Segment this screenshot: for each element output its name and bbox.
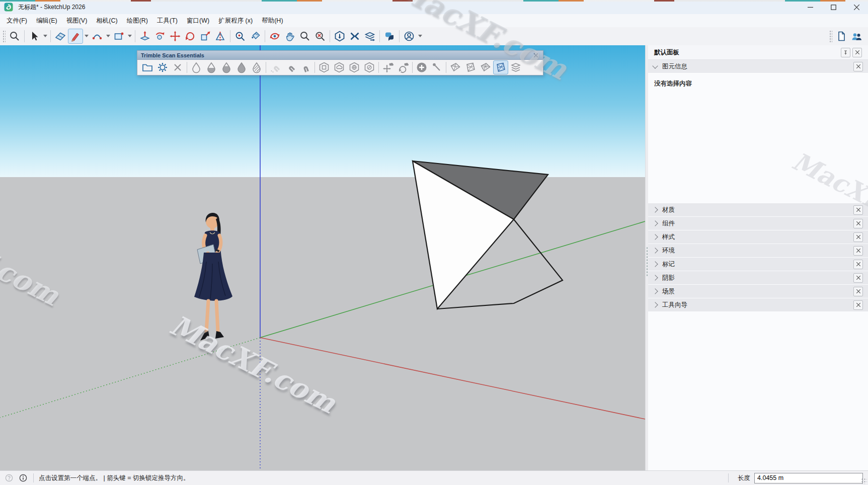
- polyline-button[interactable]: [429, 60, 444, 74]
- cloud-rotate-button[interactable]: [396, 60, 411, 74]
- orbit-tool-button[interactable]: [267, 29, 282, 44]
- menu-item-draw[interactable]: 绘图(R): [122, 15, 152, 27]
- length-input[interactable]: [754, 473, 863, 483]
- point-cloud-hatched-button[interactable]: [249, 60, 264, 74]
- panel-section-styles[interactable]: 样式: [648, 230, 868, 244]
- new-document-button[interactable]: [834, 29, 849, 44]
- follow-me-tool-button[interactable]: [152, 29, 168, 44]
- paint-bucket-tool-button[interactable]: [248, 29, 263, 44]
- menu-item-help[interactable]: 帮助(H): [257, 15, 287, 27]
- magnet-a-button[interactable]: [283, 60, 298, 74]
- panel-section-materials[interactable]: 材质: [648, 203, 868, 216]
- panel-section-components[interactable]: 组件: [648, 217, 868, 230]
- hex-sphere-button[interactable]: [347, 60, 362, 74]
- point-cloud-outline-button[interactable]: [189, 60, 204, 74]
- section-entity-info[interactable]: 图元信息: [648, 60, 868, 73]
- layer-stack-button[interactable]: [508, 60, 523, 74]
- zoom-tool-button[interactable]: [7, 29, 22, 44]
- scan-toolbar-close-button[interactable]: [532, 52, 539, 59]
- select-tool-button[interactable]: [27, 29, 42, 44]
- push-pull-icon: [139, 30, 151, 42]
- panel-close-button[interactable]: [852, 48, 862, 57]
- scale-tool-button[interactable]: [198, 29, 213, 44]
- move-tool-button[interactable]: [168, 29, 183, 44]
- add-point-button[interactable]: [414, 60, 429, 74]
- extension-warehouse-button[interactable]: [347, 29, 362, 44]
- menu-item-edit[interactable]: 编辑(E): [32, 15, 62, 27]
- eraser-tool-button[interactable]: [53, 29, 68, 44]
- delete-button[interactable]: [170, 60, 185, 74]
- geolocation-button[interactable]: [4, 473, 14, 483]
- section-close-button[interactable]: [853, 287, 863, 296]
- hex-region-button[interactable]: [317, 60, 332, 74]
- close-button[interactable]: [845, 0, 868, 14]
- chat-button[interactable]: [382, 29, 397, 44]
- zoom-nav-button[interactable]: [297, 29, 312, 44]
- rotate-tool-button[interactable]: [183, 29, 198, 44]
- panel-section-tags[interactable]: 标记: [648, 258, 868, 271]
- account-dropdown[interactable]: [417, 29, 423, 44]
- point-cloud-low-button[interactable]: [204, 60, 219, 74]
- pan-tool-button[interactable]: [282, 29, 297, 44]
- hex-none-button[interactable]: [362, 60, 377, 74]
- arc-tool-button[interactable]: [90, 29, 105, 44]
- warehouse-download-button[interactable]: [332, 29, 347, 44]
- menu-item-camera[interactable]: 相机(C): [92, 15, 122, 27]
- panel-section-environment[interactable]: 环境: [648, 244, 868, 257]
- point-cloud-medium-button[interactable]: [219, 60, 234, 74]
- toolbar-grip[interactable]: [3, 30, 6, 42]
- scan-toolbar-titlebar[interactable]: Trimble Scan Essentials: [137, 51, 543, 60]
- section-close-button[interactable]: [853, 246, 863, 256]
- flip-tool-button[interactable]: [213, 29, 228, 44]
- arc-dropdown[interactable]: [105, 29, 111, 44]
- model-viewport[interactable]: Trimble Scan Essentials: [0, 45, 645, 471]
- minimize-button[interactable]: [799, 0, 822, 14]
- account-button[interactable]: [402, 29, 417, 44]
- mesh-b-button[interactable]: [463, 60, 478, 74]
- panel-section-shadows[interactable]: 阴影: [648, 271, 868, 284]
- point-cloud-full-button[interactable]: [234, 60, 249, 74]
- mesh-c-button[interactable]: [478, 60, 493, 74]
- menu-item-extensions[interactable]: 扩展程序 (x): [214, 15, 257, 27]
- tape-measure-tool-button[interactable]: [232, 29, 248, 44]
- menu-item-view[interactable]: 视图(V): [62, 15, 92, 27]
- magnet-b-button[interactable]: [298, 60, 313, 74]
- collaborate-button[interactable]: [849, 29, 864, 44]
- mesh-active-button[interactable]: [493, 60, 508, 74]
- line-dropdown[interactable]: [83, 29, 90, 44]
- info-button[interactable]: [18, 473, 28, 483]
- section-close-button[interactable]: [853, 205, 863, 215]
- section-close-button[interactable]: [853, 260, 863, 269]
- maximize-button[interactable]: [822, 0, 845, 14]
- section-close-button[interactable]: [853, 300, 863, 310]
- drop-full-icon: [235, 61, 248, 73]
- cloud-move-button[interactable]: [380, 60, 396, 74]
- rectangle-tool-button[interactable]: [111, 29, 126, 44]
- menu-item-file[interactable]: 文件(F): [2, 15, 32, 27]
- menu-item-tools[interactable]: 工具(T): [152, 15, 182, 27]
- rectangle-dropdown[interactable]: [126, 29, 133, 44]
- panel-section-scenes[interactable]: 场景: [648, 285, 868, 298]
- toolbar-grip-right[interactable]: [829, 30, 832, 42]
- line-tool-button[interactable]: [68, 29, 83, 44]
- panel-pin-button[interactable]: [841, 48, 850, 57]
- zoom-extents-button[interactable]: [312, 29, 328, 44]
- mesh-a-button[interactable]: [448, 60, 463, 74]
- magnet-disabled-button[interactable]: [268, 60, 283, 74]
- settings-button[interactable]: [155, 60, 170, 74]
- section-close-button[interactable]: [853, 232, 863, 242]
- panel-section-instructor[interactable]: 工具向导: [648, 298, 868, 311]
- push-pull-tool-button[interactable]: [137, 29, 152, 44]
- open-folder-button[interactable]: [140, 60, 155, 74]
- layers-export-button[interactable]: [362, 29, 377, 44]
- select-dropdown[interactable]: [42, 29, 48, 44]
- window-resize-grip[interactable]: [861, 478, 867, 484]
- section-close-button[interactable]: [853, 273, 863, 283]
- scale-figure[interactable]: [184, 211, 243, 342]
- entity-info-close-button[interactable]: [853, 62, 863, 71]
- menu-item-window[interactable]: 窗口(W): [182, 15, 214, 27]
- section-close-button[interactable]: [853, 219, 863, 228]
- hex-cloud-button[interactable]: [332, 60, 347, 74]
- scan-essentials-toolbar[interactable]: Trimble Scan Essentials: [137, 50, 543, 75]
- magnifier-icon: [9, 30, 21, 42]
